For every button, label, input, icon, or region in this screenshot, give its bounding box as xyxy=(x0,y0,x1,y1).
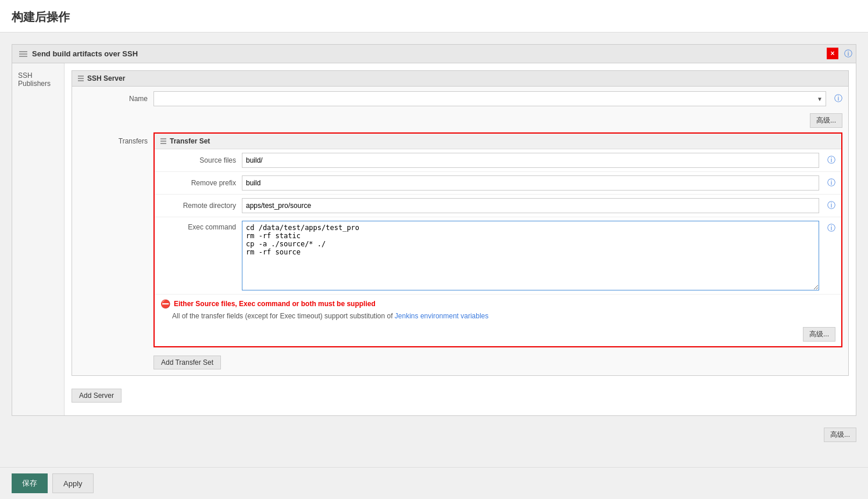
add-server-button[interactable]: Add Server xyxy=(72,389,122,403)
jenkins-env-link[interactable]: Jenkins environment variables xyxy=(395,312,488,320)
error-row: ⛔ Either Source files, Exec command or b… xyxy=(155,295,841,325)
ssh-server-section: SSH Server Name ▼ ⓘ 高级... xyxy=(72,70,849,376)
panel-help-icon[interactable]: ⓘ xyxy=(844,49,852,59)
panel-close-button[interactable]: × xyxy=(827,48,838,59)
page-footer: 保存 Apply xyxy=(0,467,868,497)
panel-header: Send build artifacts over SSH xyxy=(12,45,856,63)
remote-directory-row: Remote directory ⓘ xyxy=(155,195,841,217)
exec-command-label: Exec command xyxy=(160,221,236,231)
name-field-row: Name ▼ ⓘ xyxy=(72,87,848,111)
name-help-icon[interactable]: ⓘ xyxy=(834,94,842,104)
ssh-server-advanced-row: 高级... xyxy=(72,111,848,132)
panel-title: Send build artifacts over SSH xyxy=(32,49,138,58)
source-files-label: Source files xyxy=(160,156,236,164)
info-text: All of the transfer fields (except for E… xyxy=(160,312,488,320)
transfer-advanced-button[interactable]: 高级... xyxy=(803,327,835,342)
info-text-label: All of the transfer fields (except for E… xyxy=(172,312,395,320)
source-files-input[interactable] xyxy=(242,153,819,168)
page-title: 构建后操作 xyxy=(0,0,868,33)
transfer-set-title: Transfer Set xyxy=(170,137,210,145)
remove-prefix-input[interactable] xyxy=(242,175,819,191)
ssh-server-drag-handle[interactable] xyxy=(78,76,84,81)
remove-prefix-help-icon[interactable]: ⓘ xyxy=(827,178,835,188)
name-label: Name xyxy=(78,95,148,103)
exec-command-help-icon[interactable]: ⓘ xyxy=(827,221,835,234)
post-build-panel: Send build artifacts over SSH × ⓘ SSH Pu… xyxy=(12,44,856,416)
error-icon: ⛔ xyxy=(160,299,170,308)
remote-directory-help-icon[interactable]: ⓘ xyxy=(827,200,835,211)
transfer-set-header: Transfer Set xyxy=(155,134,841,149)
ssh-publishers-label: SSH Publishers xyxy=(12,63,65,415)
remote-directory-label: Remote directory xyxy=(160,202,236,210)
ssh-server-advanced-button[interactable]: 高级... xyxy=(810,113,842,128)
transfers-content: Transfer Set Source files ⓘ Remove prefi… xyxy=(153,132,842,369)
remote-directory-input[interactable] xyxy=(242,198,819,213)
drag-handle[interactable] xyxy=(19,51,27,57)
name-select[interactable] xyxy=(153,91,826,106)
transfer-set-box: Transfer Set Source files ⓘ Remove prefi… xyxy=(153,132,842,347)
apply-button[interactable]: Apply xyxy=(52,473,94,493)
exec-command-row: Exec command cd /data/test/apps/test_pro… xyxy=(155,217,841,295)
error-text: Either Source files, Exec command or bot… xyxy=(174,300,376,308)
transfers-label: Transfers xyxy=(78,132,148,369)
transfer-advanced-row: 高级... xyxy=(155,325,841,346)
transfer-set-drag-handle[interactable] xyxy=(160,138,166,144)
panel-body: SSH Publishers SSH Server Name xyxy=(12,63,856,415)
save-button[interactable]: 保存 xyxy=(12,473,48,493)
remove-prefix-label: Remove prefix xyxy=(160,179,236,187)
ssh-server-header: SSH Server xyxy=(72,71,848,87)
ssh-server-title: SSH Server xyxy=(87,74,125,82)
panel-main: SSH Server Name ▼ ⓘ 高级... xyxy=(65,63,856,415)
footer-advanced-button[interactable]: 高级... xyxy=(824,428,856,442)
exec-command-textarea[interactable]: cd /data/test/apps/test_pro rm -rf stati… xyxy=(242,221,819,290)
transfers-row: Transfers Transfer Set xyxy=(72,132,848,375)
remove-prefix-row: Remove prefix ⓘ xyxy=(155,172,841,195)
error-message: ⛔ Either Source files, Exec command or b… xyxy=(160,299,376,308)
add-transfer-set-button[interactable]: Add Transfer Set xyxy=(153,356,221,369)
source-files-row: Source files ⓘ xyxy=(155,149,841,172)
footer-advanced-row: 高级... xyxy=(12,422,856,448)
source-files-help-icon[interactable]: ⓘ xyxy=(827,155,835,166)
name-select-wrapper: ▼ xyxy=(153,91,826,106)
